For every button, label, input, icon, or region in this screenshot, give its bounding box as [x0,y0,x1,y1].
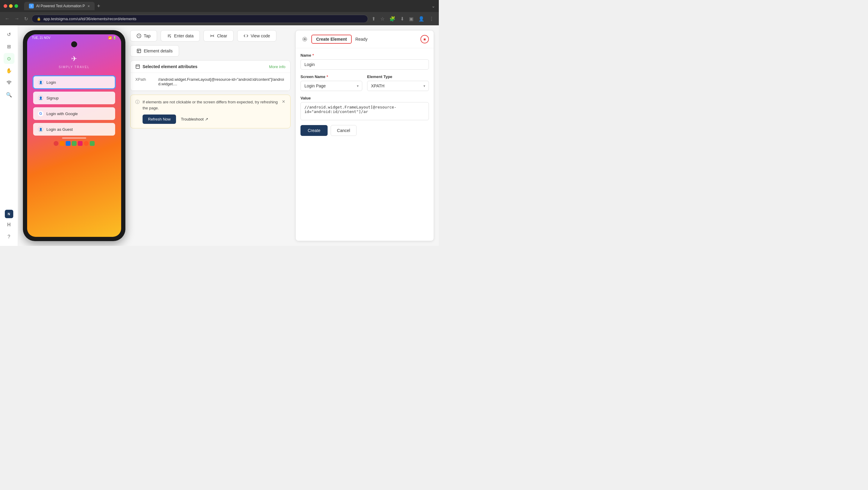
tab-close-btn[interactable]: ✕ [87,4,90,8]
phone-app-3 [66,141,70,146]
sidebar-grid-icon[interactable]: ⊞ [4,41,14,52]
address-bar-row: ← → ↻ 🔒 app.testsigma.com/ui/td/36/eleme… [0,12,439,25]
sidebar-refresh-icon[interactable]: ↺ [4,29,14,40]
more-info-link[interactable]: More info [269,64,285,69]
screen-name-required: * [327,74,328,79]
phone-buttons: 👤 Login 👤 Signup G Login with Google 👤 L… [27,76,121,135]
phone-app-2 [60,141,64,146]
phone-app-7 [90,141,95,146]
phone-google-btn[interactable]: G Login with Google [33,107,115,120]
phone-logo-area: ✈ SIMPLY TRAVEL [27,50,121,76]
element-type-group: Element Type XPATH ▼ [367,74,429,91]
external-link-icon: ↗ [205,117,208,121]
alert-actions: Refresh Now Troubleshoot ↗ [135,115,285,124]
view-code-btn[interactable]: View code [237,30,276,41]
reload-btn[interactable]: ↻ [23,15,29,23]
sidebar-record-icon[interactable]: ⊙ [4,53,14,64]
create-element-panel: Create Element Ready ⏹ Name * [296,30,434,241]
screen-name-select-wrapper: Login Page ▼ [301,81,362,91]
element-details-icon [136,49,141,53]
element-type-select[interactable]: XPATH [367,81,429,91]
maximize-window-btn[interactable] [14,4,18,8]
sidebar-gesture-icon[interactable]: ✋ [4,65,14,76]
sidebar-signal-icon[interactable] [4,77,14,88]
minimize-window-btn[interactable] [9,4,13,8]
tap-btn[interactable]: Tap [130,30,157,41]
share-btn[interactable]: ⬆ [370,15,377,23]
value-field-group: Value //android.widget.FrameLayout[@reso… [301,96,429,120]
svg-point-6 [304,38,306,40]
panel-title-icon [135,64,140,69]
cancel-btn[interactable]: Cancel [331,125,356,136]
create-element-form: Name * Screen Name * Login Pa [296,48,434,241]
xpath-attr-row: XPath //android.widget.FrameLayout[@reso… [130,73,290,91]
back-btn[interactable]: ← [4,15,11,23]
download-btn[interactable]: ⬇ [399,15,405,23]
sidebar-user-badge[interactable]: N [5,210,13,218]
troubleshoot-label: Troubleshoot [181,117,204,121]
sidebar-h-icon[interactable]: H [4,219,14,230]
login-label: Login [46,80,56,85]
phone-app-6 [84,141,89,146]
browser-expand-icon: ⌄ [432,4,435,8]
bookmark-btn[interactable]: ☆ [379,15,386,23]
alert-close-btn[interactable]: ✕ [282,99,285,104]
enter-data-label: Enter data [174,33,194,38]
actions-panel: Tap Enter data Clear [130,30,290,241]
name-field-group: Name * [301,53,429,70]
forward-btn[interactable]: → [13,15,21,23]
sidebar-help-icon[interactable]: ? [4,232,14,242]
phone-login-btn[interactable]: 👤 Login [33,76,115,89]
new-tab-btn[interactable]: + [95,2,103,10]
value-textarea[interactable]: //android.widget.FrameLayout[@resource-i… [301,102,429,120]
value-label: Value [301,96,429,100]
create-element-header-icon [301,35,309,43]
clear-label: Clear [217,33,227,38]
guest-label: Login as Guest [46,127,73,132]
profile-btn[interactable]: 👤 [417,15,426,23]
stop-recording-btn[interactable]: ⏹ [421,35,429,43]
signup-icon: 👤 [38,95,43,101]
svg-rect-1 [137,49,141,53]
app-logo-icon: ✈ [69,53,80,64]
address-input[interactable]: 🔒 app.testsigma.com/ui/td/36/elements/re… [32,15,368,23]
active-tab[interactable]: T AI Powered Test Automation P ✕ [24,2,95,10]
menu-btn[interactable]: ⋮ [428,15,435,23]
close-window-btn[interactable] [4,4,7,8]
phone-app-4 [72,141,76,146]
sidebar-toggle-btn[interactable]: ▣ [408,15,415,23]
name-input[interactable] [301,59,429,70]
phone-app-row [27,140,121,147]
element-details-label: Element details [144,49,173,53]
phone-app-1 [54,141,59,146]
create-element-header: Create Element Ready ⏹ [296,30,434,48]
element-details-btn[interactable]: Element details [130,45,179,57]
create-btn[interactable]: Create [301,125,328,136]
refresh-now-btn[interactable]: Refresh Now [143,115,176,124]
lock-icon: 🔒 [37,17,41,21]
phone-guest-btn[interactable]: 👤 Login as Guest [33,123,115,135]
tab-bar: T AI Powered Test Automation P ✕ + [24,2,429,10]
screen-name-select[interactable]: Login Page [301,81,362,91]
tap-icon [136,33,141,38]
view-code-icon [244,33,248,38]
clear-btn[interactable]: Clear [204,30,233,41]
form-actions: Create Cancel [301,125,429,136]
alert-info-icon: ⓘ [135,99,140,105]
phone-status-icons: 📶 🔋 [108,36,116,39]
phone-signup-btn[interactable]: 👤 Signup [33,92,115,104]
tab-favicon: T [29,4,34,8]
troubleshoot-link[interactable]: Troubleshoot ↗ [181,117,208,121]
name-label: Name * [301,53,429,58]
app-logo-text: SIMPLY TRAVEL [59,65,90,69]
tap-label: Tap [144,33,151,38]
create-element-tab-btn[interactable]: Create Element [311,35,352,44]
left-sidebar: ↺ ⊞ ⊙ ✋ 🔍 N H ? [0,25,18,246]
enter-data-btn[interactable]: Enter data [161,30,200,41]
extensions-btn[interactable]: 🧩 [388,15,397,23]
xpath-value: //android.widget.FrameLayout[@resource-i… [158,77,285,86]
google-label: Login with Google [46,112,78,116]
tab-title: AI Powered Test Automation P [36,4,85,8]
sidebar-search-icon[interactable]: 🔍 [4,89,14,100]
element-type-select-wrapper: XPATH ▼ [367,81,429,91]
